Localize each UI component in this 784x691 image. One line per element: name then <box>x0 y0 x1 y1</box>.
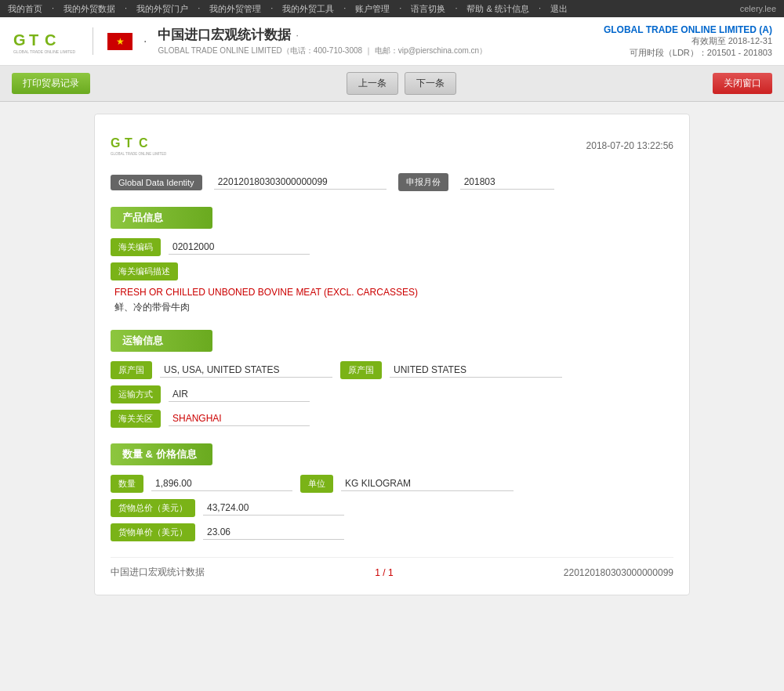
customs-row: 海关关区 SHANGHAI <box>111 410 673 428</box>
nav-home[interactable]: 我的首页 <box>8 3 42 15</box>
toolbar-center: 上一条 下一条 <box>347 72 456 95</box>
unit-value: KG KILOGRAM <box>341 476 514 491</box>
next-button-top[interactable]: 下一条 <box>405 72 456 95</box>
hs-value: 02012000 <box>169 240 310 255</box>
record-footer-id: 220120180303000000099 <box>564 567 673 578</box>
nav-lang[interactable]: 语言切换 <box>411 3 445 15</box>
title-dot: · <box>296 30 298 41</box>
nav-portal[interactable]: 我的外贸门户 <box>136 3 188 15</box>
nav-sep8: · <box>539 3 541 15</box>
header-subtitle: GLOBAL TRADE ONLINE LIMITED（电话：400-710-3… <box>158 45 487 56</box>
record-footer-title: 中国进口宏观统计数据 <box>111 566 205 579</box>
logo-svg: G T C GLOBAL TRADE ONLINE LIMITED <box>12 24 78 59</box>
total-label: 货物总价（美元） <box>111 499 195 517</box>
origin-country-label: 原产国 <box>111 361 152 379</box>
header-title-block: 中国进口宏观统计数据 · GLOBAL TRADE ONLINE LIMITED… <box>158 26 487 56</box>
svg-text:T: T <box>125 136 132 150</box>
customs-label: 海关关区 <box>111 410 161 428</box>
record-header: G T C GLOBAL TRADE ONLINE LIMITED 2018-0… <box>111 130 673 161</box>
hs-desc-label: 海关编码描述 <box>111 262 178 280</box>
transport-value: AIR <box>169 387 310 402</box>
top-toolbar: 打印贸易记录 上一条 下一条 关闭窗口 <box>0 66 784 102</box>
svg-text:C: C <box>45 31 56 49</box>
month-value: 201803 <box>460 175 554 190</box>
desc-cn-text: 鲜、冷的带骨牛肉 <box>114 302 190 313</box>
nav-sep4: · <box>270 3 273 15</box>
identity-label: Global Data Identity <box>111 175 202 190</box>
company-name: GLOBAL TRADE ONLINE LIMITED (A) <box>604 24 772 35</box>
nav-sep6: · <box>399 3 401 15</box>
nav-sep7: · <box>455 3 457 15</box>
nav-sep: · <box>52 3 54 15</box>
nav-account[interactable]: 账户管理 <box>355 3 390 15</box>
origin-row: 原产国 US, USA, UNITED STATES 原产国 UNITED ST… <box>111 361 673 379</box>
flag-dot: · <box>143 34 147 49</box>
desc-en-text: FRESH OR CHILLED UNBONED BOVINE MEAT (EX… <box>114 287 418 298</box>
top-nav: 我的首页 · 我的外贸数据 · 我的外贸门户 · 我的外贸管理 · 我的外贸工具… <box>0 0 784 17</box>
main-content: G T C GLOBAL TRADE ONLINE LIMITED 2018-0… <box>0 102 784 691</box>
identity-value: 220120180303000000099 <box>214 175 387 190</box>
user-display: celery.lee <box>740 4 776 13</box>
svg-text:G: G <box>13 31 26 49</box>
print-button-top[interactable]: 打印贸易记录 <box>12 73 90 94</box>
total-price-row: 货物总价（美元） 43,724.00 <box>111 499 673 517</box>
quantity-section: 数量 & 价格信息 数量 1,896.00 单位 KG KILOGRAM 货物总… <box>111 443 673 541</box>
desc-cn: 鲜、冷的带骨牛肉 <box>111 301 673 314</box>
logo: G T C GLOBAL TRADE ONLINE LIMITED <box>12 24 78 59</box>
record-page: 1 / 1 <box>375 567 393 578</box>
header-right: GLOBAL TRADE ONLINE LIMITED (A) 有效期至 201… <box>604 24 772 59</box>
page-header: G T C GLOBAL TRADE ONLINE LIMITED ★ · 中国… <box>0 17 784 66</box>
unit-price-row: 货物单价（美元） 23.06 <box>111 523 673 541</box>
transport-label: 运输方式 <box>111 385 161 403</box>
record-card: G T C GLOBAL TRADE ONLINE LIMITED 2018-0… <box>94 114 690 595</box>
qty-label: 数量 <box>111 475 143 493</box>
record-footer: 中国进口宏观统计数据 1 / 1 220120180303000000099 <box>111 557 673 579</box>
ldr-range: 可用时段（LDR）：201501 - 201803 <box>604 47 772 59</box>
svg-text:GLOBAL TRADE ONLINE LIMITED: GLOBAL TRADE ONLINE LIMITED <box>13 49 76 54</box>
product-section: 产品信息 海关编码 02012000 海关编码描述 FRESH OR CHILL… <box>111 207 673 314</box>
svg-text:GLOBAL TRADE ONLINE LIMITED: GLOBAL TRADE ONLINE LIMITED <box>111 152 167 156</box>
toolbar-left: 打印贸易记录 <box>12 73 90 94</box>
identity-row: Global Data Identity 2201201803030000000… <box>111 173 673 191</box>
transport-mode-row: 运输方式 AIR <box>111 385 673 403</box>
qty-row: 数量 1,896.00 单位 KG KILOGRAM <box>111 475 673 493</box>
page-main-title: 中国进口宏观统计数据 <box>158 26 291 44</box>
hs-desc-row: 海关编码描述 <box>111 262 673 280</box>
content-spacer <box>12 595 772 689</box>
validity-date: 有效期至 2018-12-31 <box>604 35 772 47</box>
nav-sep5: · <box>343 3 346 15</box>
unit-price-label: 货物单价（美元） <box>111 523 195 541</box>
total-value: 43,724.00 <box>203 501 344 516</box>
origin-country-value: US, USA, UNITED STATES <box>160 363 332 378</box>
nav-links: 我的首页 · 我的外贸数据 · 我的外贸门户 · 我的外贸管理 · 我的外贸工具… <box>8 3 568 15</box>
quantity-section-header: 数量 & 价格信息 <box>111 443 212 465</box>
nav-tools[interactable]: 我的外贸工具 <box>282 3 334 15</box>
header-left: G T C GLOBAL TRADE ONLINE LIMITED ★ · 中国… <box>12 24 487 59</box>
record-logo: G T C GLOBAL TRADE ONLINE LIMITED <box>111 130 189 161</box>
desc-en: FRESH OR CHILLED UNBONED BOVINE MEAT (EX… <box>111 287 673 298</box>
qty-value: 1,896.00 <box>151 476 292 491</box>
nav-logout[interactable]: 退出 <box>550 3 568 15</box>
record-datetime: 2018-07-20 13:22:56 <box>586 140 673 151</box>
customs-value: SHANGHAI <box>169 411 310 426</box>
transport-section: 运输信息 原产国 US, USA, UNITED STATES 原产国 UNIT… <box>111 330 673 428</box>
month-label: 申报月份 <box>398 173 448 191</box>
svg-text:T: T <box>29 31 38 49</box>
unit-price-value: 23.06 <box>203 525 344 540</box>
china-flag: ★ <box>107 33 132 50</box>
svg-text:G: G <box>111 136 120 150</box>
toolbar-right: 关闭窗口 <box>713 73 772 94</box>
close-button-top[interactable]: 关闭窗口 <box>713 73 772 94</box>
transport-section-header: 运输信息 <box>111 330 212 352</box>
prev-button-top[interactable]: 上一条 <box>347 72 398 95</box>
nav-help[interactable]: 帮助 & 统计信息 <box>466 3 528 15</box>
origin-country2-label: 原产国 <box>340 361 382 379</box>
nav-data[interactable]: 我的外贸数据 <box>64 3 115 15</box>
unit-label: 单位 <box>300 475 333 493</box>
nav-sep2: · <box>125 3 127 15</box>
nav-mgmt[interactable]: 我的外贸管理 <box>209 3 261 15</box>
product-section-header: 产品信息 <box>111 207 212 229</box>
hs-code-row: 海关编码 02012000 <box>111 238 673 256</box>
svg-text:C: C <box>139 136 148 150</box>
divider <box>93 27 93 55</box>
